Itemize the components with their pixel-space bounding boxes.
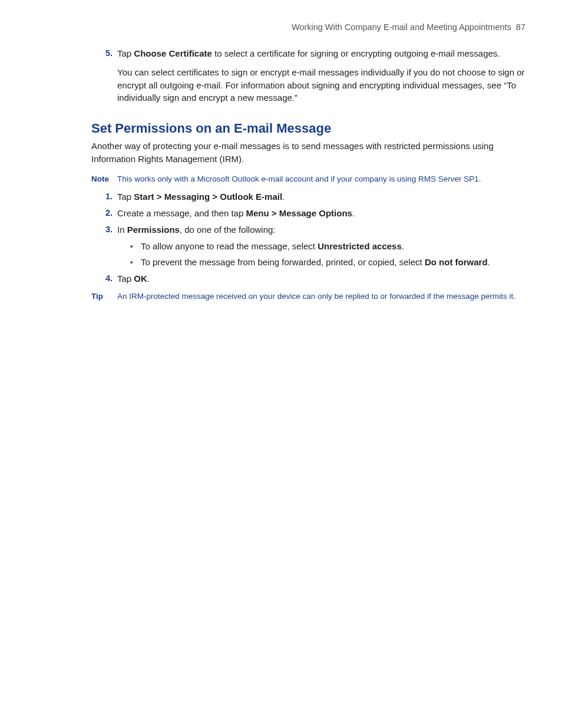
- text-run: To prevent the message from being forwar…: [141, 257, 425, 267]
- bold-run: OK: [134, 274, 147, 284]
- chapter-title: Working With Company E-mail and Meeting …: [292, 22, 511, 32]
- tip-callout: Tip An IRM-protected message received on…: [91, 291, 527, 302]
- bullet-body: To allow anyone to read the message, sel…: [141, 240, 404, 253]
- step-number: 2.: [91, 207, 117, 220]
- bold-run: Menu > Message Options: [246, 208, 352, 218]
- step-body: Tap Choose Certificate to select a certi…: [117, 47, 527, 60]
- step-5-subpara: You can select certificates to sign or e…: [117, 66, 527, 104]
- bold-run: Permissions: [127, 225, 180, 235]
- note-label: Note: [91, 174, 117, 185]
- permissions-step-list: 1. Tap Start > Messaging > Outlook E-mai…: [91, 190, 527, 236]
- step-body: Create a message, and then tap Menu > Me…: [117, 207, 527, 220]
- text-run: to select a certificate for signing or e…: [212, 48, 500, 58]
- step-body: Tap OK.: [117, 272, 527, 285]
- text-run: .: [488, 257, 490, 267]
- bold-run: Start > Messaging > Outlook E-mail: [134, 192, 282, 202]
- top-step-list: 5. Tap Choose Certificate to select a ce…: [91, 47, 527, 60]
- step-3: 3. In Permissions, do one of the followi…: [91, 223, 527, 236]
- step-2: 2. Create a message, and then tap Menu >…: [91, 207, 527, 220]
- bullet-icon: •: [130, 240, 141, 253]
- step-5: 5. Tap Choose Certificate to select a ce…: [91, 47, 527, 60]
- text-run: .: [402, 241, 404, 251]
- tip-label: Tip: [91, 291, 117, 302]
- step-number: 1.: [91, 190, 117, 203]
- page-number: 87: [516, 22, 525, 32]
- note-callout: Note This works only with a Microsoft Ou…: [91, 174, 527, 185]
- bold-run: Choose Certificate: [134, 48, 212, 58]
- bold-run: Do not forward: [425, 257, 488, 267]
- sub-bullet-2: • To prevent the message from being forw…: [130, 256, 527, 269]
- step-body: Tap Start > Messaging > Outlook E-mail.: [117, 190, 527, 203]
- text-run: , do one of the following:: [180, 225, 276, 235]
- bullet-body: To prevent the message from being forwar…: [141, 256, 490, 269]
- document-page: Working With Company E-mail and Meeting …: [0, 0, 562, 302]
- intro-paragraph: Another way of protecting your e-mail me…: [91, 140, 527, 166]
- step-number: 4.: [91, 272, 117, 285]
- bold-run: Unrestricted access: [318, 241, 402, 251]
- text-run: Tap: [117, 274, 134, 284]
- step-1: 1. Tap Start > Messaging > Outlook E-mai…: [91, 190, 527, 203]
- step-number: 5.: [91, 47, 117, 60]
- text-run: Tap: [117, 192, 134, 202]
- tip-text: An IRM-protected message received on you…: [117, 291, 527, 302]
- sub-bullet-1: • To allow anyone to read the message, s…: [130, 240, 527, 253]
- step-number: 3.: [91, 223, 117, 236]
- text-run: Tap: [117, 48, 134, 58]
- text-run: .: [282, 192, 285, 202]
- text-run: Create a message, and then tap: [117, 208, 246, 218]
- text-run: .: [352, 208, 355, 218]
- step-body: In Permissions, do one of the following:: [117, 223, 527, 236]
- page-header: Working With Company E-mail and Meeting …: [91, 22, 527, 32]
- text-run: In: [117, 225, 127, 235]
- sub-bullet-list: • To allow anyone to read the message, s…: [130, 240, 527, 269]
- text-run: .: [147, 274, 150, 284]
- section-heading: Set Permissions on an E-mail Message: [91, 121, 527, 136]
- permissions-step-list-cont: 4. Tap OK.: [91, 272, 527, 285]
- bullet-icon: •: [130, 256, 141, 269]
- text-run: To allow anyone to read the message, sel…: [141, 241, 318, 251]
- step-4: 4. Tap OK.: [91, 272, 527, 285]
- note-text: This works only with a Microsoft Outlook…: [117, 174, 527, 185]
